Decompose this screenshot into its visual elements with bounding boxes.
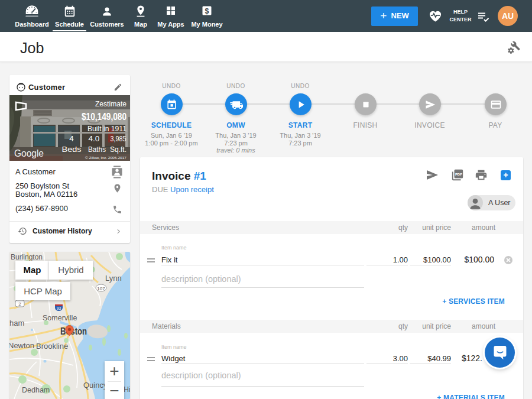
svg-text:93: 93	[57, 306, 61, 310]
svg-text:ham: ham	[9, 319, 24, 327]
svg-text:Quincy: Quincy	[83, 381, 108, 390]
svg-text:Newton: Newton	[9, 341, 34, 350]
svg-text:Hi: Hi	[124, 385, 130, 394]
svg-text:Boston: Boston	[60, 326, 87, 336]
svg-text:Sq.ft.: Sq.ft.	[110, 145, 126, 154]
svg-text:$: $	[205, 7, 209, 15]
svg-text:Built in 1911: Built in 1911	[87, 124, 126, 133]
svg-text:107: 107	[97, 286, 105, 291]
svg-text:Baths: Baths	[88, 145, 106, 154]
svg-text:PDF: PDF	[455, 173, 462, 176]
svg-text:Lynn: Lynn	[105, 274, 122, 283]
svg-text:Somerville: Somerville	[43, 314, 77, 322]
svg-text:© Zillow, Inc. 2006-2017: © Zillow, Inc. 2006-2017	[85, 156, 127, 160]
svg-text:4: 4	[69, 134, 74, 143]
svg-text:4.0: 4.0	[89, 134, 100, 143]
svg-text:3,985: 3,985	[111, 134, 126, 143]
svg-text:Google: Google	[14, 148, 44, 158]
svg-text:Brookline: Brookline	[36, 342, 68, 351]
svg-text:Burlington: Burlington	[11, 253, 43, 261]
svg-text:Dedham: Dedham	[22, 386, 50, 394]
svg-text:$10,149,080: $10,149,080	[82, 111, 126, 122]
svg-text:Zestimate: Zestimate	[95, 99, 126, 108]
svg-text:2: 2	[18, 301, 21, 307]
svg-text:Beds: Beds	[62, 145, 82, 154]
